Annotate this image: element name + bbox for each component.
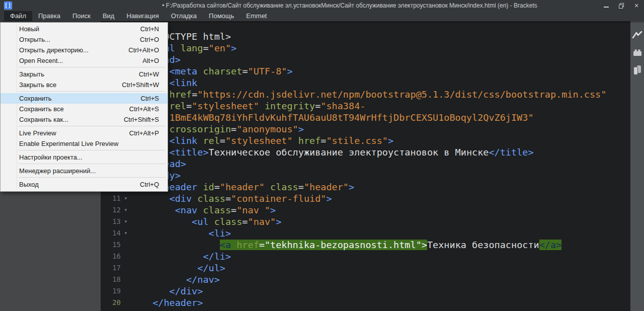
file-menu-item[interactable]: Открыть директорию...Ctrl+Alt+O [1, 45, 168, 55]
menubar-item-отладка[interactable]: Отладка [165, 11, 203, 21]
code-line[interactable]: <link [101, 77, 630, 89]
menu-item-shortcut: Ctrl+N [140, 25, 159, 33]
code-line[interactable]: 15 <a href="tekhnika-bezopasnosti.html">… [101, 239, 630, 251]
file-menu-item[interactable]: Enable Experimental Live Preview [1, 138, 168, 149]
code-text: <header id="header" class="header"> [147, 181, 354, 193]
code-line[interactable]: <link rel="stylesheet" href="stile.css"> [101, 135, 630, 146]
menu-item-label: Менеджер расширений... [19, 167, 150, 175]
file-menu-item[interactable]: Открыть...Ctrl+O [1, 34, 168, 45]
menu-item-shortcut: Ctrl+Alt+P [129, 129, 159, 137]
code-line[interactable]: 19 </div> [101, 285, 630, 297]
menu-item-label: Выход [19, 181, 131, 188]
fold-arrow-icon[interactable]: ▼ [124, 193, 128, 204]
menubar-item-файл[interactable]: Файл [4, 11, 32, 21]
menu-item-label: Live Preview [19, 129, 120, 137]
menu-item-shortcut: Ctrl+Alt+O [128, 46, 159, 54]
menubar-item-emmet[interactable]: Emmet [240, 11, 273, 21]
menu-item-label: Сохранить все [19, 105, 120, 113]
menu-item-shortcut: Ctrl+Shift+S [124, 116, 159, 123]
line-number: 19 [101, 285, 121, 297]
file-menu-item[interactable]: Закрыть всеCtrl+Shift+W [1, 80, 168, 90]
code-line[interactable]: <title>Техническое обслуживание электроу… [101, 146, 630, 158]
menu-bar: ФайлПравкаПоискВидНавигацияОтладкаПомощь… [0, 11, 644, 21]
menu-item-label: Закрыть [19, 70, 130, 78]
extension-toolbar [630, 21, 644, 311]
minimize-icon[interactable] [603, 2, 610, 9]
line-number: 17 [101, 262, 121, 274]
live-preview-icon[interactable] [632, 29, 643, 40]
code-text: <div class="container-fluid"> [147, 193, 332, 204]
menu-item-label: Сохранить [19, 95, 132, 102]
file-menu-item[interactable]: Сохранить всеCtrl+Alt+S [1, 104, 168, 114]
code-line[interactable]: 12▼ <nav class="nav "> [101, 204, 630, 216]
code-line[interactable]: </head> [101, 158, 630, 170]
code-line[interactable]: <header id="header" class="header"> [101, 181, 630, 193]
code-text: <nav class="nav "> [147, 204, 276, 216]
code-line[interactable]: 16 </li> [101, 251, 630, 262]
code-text: <title>Техническое обслуживание электроу… [147, 146, 534, 158]
file-menu-item[interactable]: ВыходCtrl+Q [1, 179, 168, 190]
close-icon[interactable]: × [633, 2, 640, 9]
fold-arrow-icon[interactable]: ▼ [124, 227, 128, 239]
file-menu-item[interactable]: Менеджер расширений... [1, 166, 168, 176]
code-line[interactable]: 14▼ <li> [101, 227, 630, 239]
menu-item-label: Настройки проекта... [19, 153, 150, 161]
code-line[interactable]: 17 </ul> [101, 262, 630, 274]
line-number: 20 [101, 297, 121, 308]
code-line[interactable]: <meta charset="UTF-8"> [101, 65, 630, 77]
code-text: </li> [147, 251, 231, 262]
file-menu-item[interactable]: ЗакрытьCtrl+W [1, 69, 168, 80]
file-menu-item[interactable]: Open Recent...Alt+O [1, 55, 168, 66]
menubar-item-вид[interactable]: Вид [97, 11, 121, 21]
code-line[interactable]: crossorigin="anonymous"> [101, 123, 630, 135]
menu-item-shortcut: Ctrl+W [139, 70, 159, 78]
code-line[interactable]: 13▼ <ul class="nav"> [101, 216, 630, 227]
code-text: </header> [147, 297, 203, 308]
code-line[interactable]: <html lang="en"> [101, 42, 630, 54]
menu-item-label: Enable Experimental Live Preview [19, 140, 150, 147]
code-line[interactable]: href="https://cdn.jsdelivr.net/npm/boots… [101, 89, 630, 100]
file-menu-item[interactable]: Сохранить как...Ctrl+Shift+S [1, 114, 168, 125]
code-text: 1BmE4kWBq78iYhFldvKuhfTAU6auU8tT94WrHftj… [147, 112, 534, 123]
restore-icon[interactable] [618, 2, 625, 9]
menubar-item-правка[interactable]: Правка [32, 11, 66, 21]
code-line[interactable]: 1BmE4kWBq78iYhFldvKuhfTAU6auU8tT94WrHftj… [101, 112, 630, 123]
file-menu-item[interactable]: Live PreviewCtrl+Alt+P [1, 128, 168, 138]
code-text: <li> [147, 227, 231, 239]
extension-manager-icon[interactable] [632, 47, 643, 58]
code-text: <a href="tekhnika-bezopasnosti.html">Тех… [147, 239, 561, 251]
file-menu-item[interactable]: СохранитьCtrl+S [1, 93, 168, 104]
code-text: <meta charset="UTF-8"> [147, 65, 293, 77]
code-line[interactable]: 11▼ <div class="container-fluid"> [101, 193, 630, 204]
file-menu-item[interactable]: Настройки проекта... [1, 152, 168, 163]
title-bar: [] • F:/Разработка сайтов/Сайт обслужива… [0, 0, 644, 11]
code-line[interactable]: <body> [101, 170, 630, 181]
code-line[interactable]: <head> [101, 54, 630, 65]
code-line[interactable]: 20 </header> [101, 297, 630, 308]
file-menu-item[interactable]: НовыйCtrl+N [1, 24, 168, 34]
menubar-item-поиск[interactable]: Поиск [66, 11, 97, 21]
code-editor[interactable]: <!DOCTYPE html><html lang="en"><head> <m… [101, 21, 630, 311]
line-number: 12 [101, 204, 121, 216]
fold-arrow-icon[interactable]: ▼ [124, 204, 128, 216]
menu-item-label: Открыть... [19, 36, 131, 43]
code-line[interactable]: rel="stylesheet" integrity="sha384- [101, 100, 630, 112]
code-text: <ul class="nav"> [147, 216, 281, 227]
fold-arrow-icon[interactable]: ▼ [124, 216, 128, 227]
code-line[interactable]: 18 </nav> [101, 274, 630, 285]
code-text: rel="stylesheet" integrity="sha384- [147, 100, 365, 112]
menubar-item-навигация[interactable]: Навигация [120, 11, 165, 21]
window-title: • F:/Разработка сайтов/Сайт обслуживание… [101, 0, 599, 11]
menu-item-shortcut: Ctrl+Alt+S [129, 105, 159, 113]
code-line[interactable]: <!DOCTYPE html> [101, 31, 630, 42]
notes-extension-icon[interactable] [632, 64, 643, 75]
menubar-item-помощь[interactable]: Помощь [203, 11, 240, 21]
menu-item-shortcut: Ctrl+O [140, 36, 159, 43]
menu-item-shortcut: Alt+O [142, 57, 159, 64]
menu-item-label: Новый [19, 25, 131, 33]
line-number: 14 [101, 227, 121, 239]
menu-item-shortcut: Ctrl+S [141, 95, 159, 102]
brackets-logo-icon: [] [4, 2, 12, 10]
line-number: 18 [101, 274, 121, 285]
line-number: 16 [101, 251, 121, 262]
